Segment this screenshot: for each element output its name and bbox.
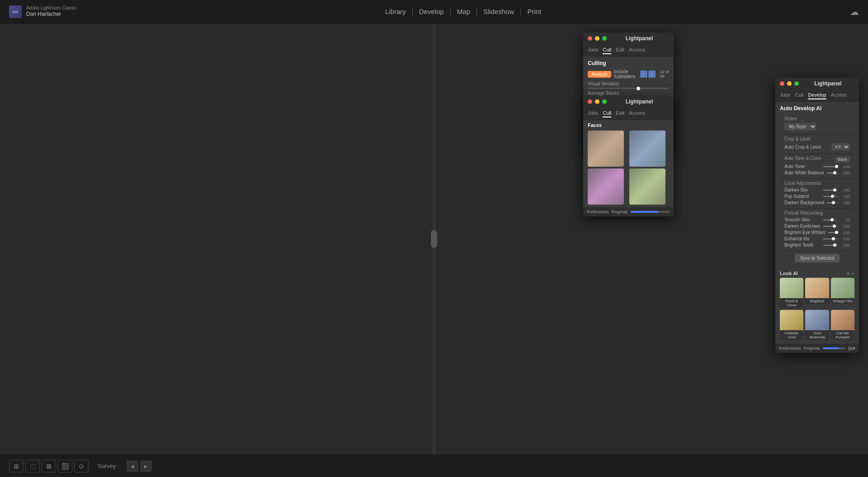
dev-autotone-fill — [823, 166, 835, 167]
faces-tab-edit[interactable]: Edit — [616, 109, 624, 117]
panel-divider[interactable] — [433, 23, 435, 454]
dev-preferences-btn[interactable]: Preferences — [779, 346, 801, 351]
dev-teeth-val: 100 — [841, 243, 850, 248]
traffic-red[interactable] — [588, 36, 592, 41]
dev-sky-slider[interactable] — [823, 190, 838, 191]
dev-autotone-slider[interactable] — [823, 166, 838, 167]
dev-bg-fill — [827, 202, 832, 203]
look-thumb-6 — [831, 310, 854, 330]
dev-bg-slider[interactable] — [827, 202, 838, 203]
faces-traffic-yellow[interactable] — [595, 99, 599, 104]
dev-iris-slider[interactable] — [823, 238, 838, 239]
nav-map[interactable]: Map — [451, 8, 477, 15]
panel-divider-handle — [431, 230, 437, 248]
face-thumb-3[interactable] — [588, 168, 624, 205]
dev-sync-btn[interactable]: Sync to Selected — [795, 254, 840, 262]
dev-brows-slider[interactable] — [823, 226, 838, 227]
nav-slideshow[interactable]: Slideshow — [477, 8, 521, 15]
nav-print[interactable]: Print — [521, 8, 547, 15]
dev-whites-fill — [828, 232, 835, 233]
faces-tab-jobs[interactable]: Jobs — [588, 109, 598, 117]
look-item-2[interactable]: Brightcut — [805, 278, 829, 308]
top-bar-left: Lrc Adobe Lightroom Classic Dan Harlache… — [9, 5, 76, 18]
look-item-5[interactable]: Cool Modernity — [805, 310, 829, 340]
bottom-prev-btn[interactable]: ◂ — [127, 460, 138, 472]
faces-traffic-green[interactable] — [602, 99, 607, 104]
look-ai-icons: ≡ + — [847, 271, 854, 276]
dev-traffic-green[interactable] — [794, 81, 799, 86]
dev-skin-fill — [823, 220, 831, 220]
face-img-4 — [629, 168, 665, 205]
look-ai-icon-2: + — [852, 271, 854, 276]
bottom-next-btn[interactable]: ▸ — [140, 460, 152, 472]
dev-awb-val: 100 — [841, 171, 850, 175]
faces-tab-cull[interactable]: Cull — [603, 109, 611, 117]
dev-aspect-select[interactable]: 4:5 — [831, 143, 850, 150]
dev-crop-row: Auto Crop & Level 4:5 — [784, 143, 850, 150]
faces-preferences-btn[interactable]: Preferences — [587, 210, 609, 214]
dev-skin-slider[interactable] — [823, 220, 838, 220]
cull-tab-jobs[interactable]: Jobs — [588, 46, 598, 54]
nav-develop[interactable]: Develop — [413, 8, 451, 15]
look-item-6[interactable]: Call Me Pumpkin — [831, 310, 854, 340]
dev-subject-slider[interactable] — [823, 196, 838, 197]
tool-people[interactable]: ⊙ — [74, 460, 89, 472]
dev-style-select[interactable]: My Style — [784, 123, 816, 131]
faces-tab-access[interactable]: Access — [629, 109, 645, 117]
dev-bnw-btn[interactable]: B&W — [835, 156, 850, 163]
face-thumb-2[interactable] — [629, 131, 665, 167]
dev-whites-slider[interactable] — [828, 232, 838, 233]
tool-survey[interactable]: ⬛ — [58, 460, 72, 472]
tool-loupe[interactable]: ⬚ — [25, 460, 40, 472]
look-item-3[interactable]: Vintage Film — [831, 278, 854, 308]
dev-body: Auto Develop AI Styles My Style Crop & L… — [775, 102, 859, 269]
dev-awb-slider[interactable] — [827, 173, 838, 173]
dev-traffic-red[interactable] — [780, 81, 784, 86]
survey-label: Survey : — [98, 463, 119, 469]
faces-grid — [588, 131, 669, 205]
dev-bg-val: 100 — [841, 201, 850, 205]
next-arrow[interactable]: › — [648, 70, 656, 78]
visual-slider[interactable] — [588, 88, 669, 89]
cull-tabs: Jobs Cull Edit Access — [583, 44, 674, 56]
dev-brows-fill — [823, 226, 833, 227]
faces-traffic-red[interactable] — [588, 99, 592, 104]
look-item-4[interactable]: Icelandic Gold — [780, 310, 803, 340]
dev-tab-cull[interactable]: Cull — [795, 91, 803, 99]
faces-panel-title: Lightpanel — [609, 98, 669, 105]
analyze-button[interactable]: Analyze — [588, 71, 611, 78]
traffic-green[interactable] — [602, 36, 607, 41]
dev-titlebar: Lightpanel — [775, 78, 859, 89]
dev-teeth-slider[interactable] — [823, 245, 838, 246]
cull-tab-access[interactable]: Access — [629, 46, 645, 54]
face-thumb-4[interactable] — [629, 168, 665, 205]
dev-tab-access[interactable]: Access — [831, 91, 847, 99]
cull-tab-cull[interactable]: Cull — [603, 46, 611, 54]
dev-tab-develop[interactable]: Develop — [808, 91, 826, 99]
face-thumb-1[interactable] — [588, 131, 624, 167]
dev-quit-btn[interactable]: Quit — [848, 346, 855, 351]
tool-grid[interactable]: ⊞ — [9, 460, 24, 472]
dev-progress-fill — [823, 347, 840, 349]
dev-panel-title: Lightpanel — [802, 80, 854, 87]
top-bar-right: ☁ — [850, 6, 859, 17]
dev-styles-label: Styles — [784, 116, 850, 121]
dev-iris-label: Enhance Iris — [784, 236, 821, 241]
dev-tab-jobs[interactable]: Jobs — [780, 91, 790, 99]
bottom-bar: ⊞ ⬚ ⊠ ⬛ ⊙ Survey : ◂ ▸ — [0, 454, 868, 477]
cull-tab-edit[interactable]: Edit — [616, 46, 624, 54]
top-bar-nav: Library Develop Map Slideshow Print — [379, 8, 547, 15]
dev-traffic-yellow[interactable] — [787, 81, 792, 86]
dev-iris-thumb — [832, 237, 835, 240]
tool-compare[interactable]: ⊠ — [42, 460, 56, 472]
dev-whites-row: Brighten Eye Whites 100 — [784, 230, 850, 235]
prev-arrow[interactable]: ‹ — [640, 70, 647, 78]
tool-group: ⊞ ⬚ ⊠ ⬛ ⊙ — [9, 460, 89, 472]
dev-tone-label: Auto Tone & Color — [784, 156, 821, 161]
traffic-yellow[interactable] — [595, 36, 599, 41]
dev-brows-thumb — [833, 224, 836, 228]
look-thumb-4 — [780, 310, 803, 330]
look-item-1[interactable]: Fresh & Clean — [780, 278, 803, 308]
dev-subject-val: 100 — [841, 194, 850, 199]
nav-library[interactable]: Library — [379, 8, 413, 15]
